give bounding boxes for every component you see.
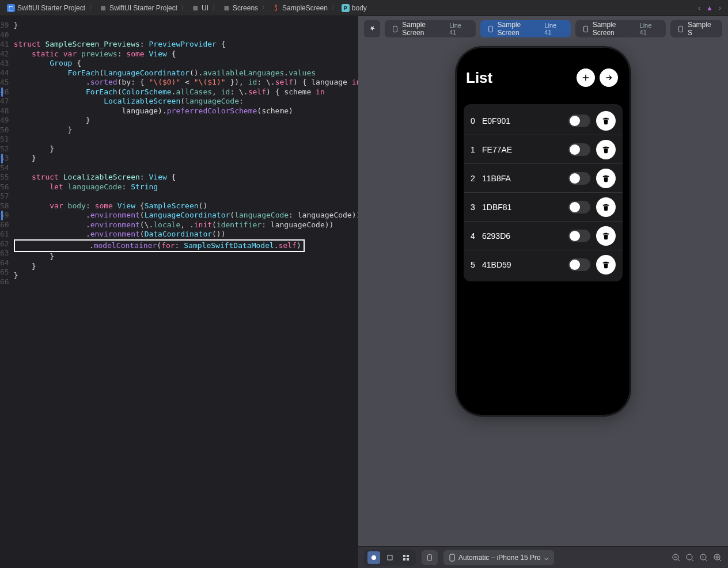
trash-icon (602, 174, 610, 182)
line-gutter: 3940414243444546474849505152535455565758… (0, 16, 14, 568)
delete-button[interactable] (596, 197, 616, 217)
list-item[interactable]: 0E0F901 (464, 106, 623, 135)
trash-icon (602, 261, 610, 269)
breadcrumb-item[interactable]: ⟆SampleScreen (272, 4, 328, 12)
svg-rect-7 (407, 555, 409, 557)
selectable-button[interactable] (384, 551, 396, 564)
delete-button[interactable] (596, 169, 616, 188)
delete-button[interactable] (596, 255, 616, 275)
chevron-right-icon[interactable]: › (719, 4, 721, 12)
device-settings-button[interactable] (422, 550, 438, 565)
breadcrumb-item[interactable]: Pbody (342, 4, 367, 12)
swift-icon: ⟆ (272, 4, 280, 12)
preview-tab[interactable]: Sample ScreenLine 41 (385, 20, 475, 37)
row-value: FE77AE (482, 145, 568, 154)
row-value: 41BD59 (482, 260, 568, 269)
breadcrumb-item[interactable]: ⬚SwiftUI Starter Project (7, 4, 85, 12)
breadcrumb-bar: ⬚SwiftUI Starter Project〉▤SwiftUI Starte… (0, 0, 728, 16)
svg-rect-9 (407, 558, 409, 561)
list-item[interactable]: 541BD59 (464, 250, 623, 279)
row-toggle[interactable] (568, 258, 590, 271)
chevron-left-icon[interactable]: ‹ (698, 4, 700, 12)
breadcrumb-item[interactable]: ▤Screens (222, 4, 258, 12)
row-value: 11B8FA (482, 174, 568, 183)
svg-text:1: 1 (702, 555, 704, 559)
list-item[interactable]: 31DBF81 (464, 193, 623, 222)
row-index: 4 (471, 231, 480, 241)
device-label: Automatic – iPhone 15 Pro (458, 554, 541, 562)
code-editor[interactable]: 3940414243444546474849505152535455565758… (0, 16, 358, 568)
tab-line-label: Line 41 (640, 22, 659, 36)
pin-button[interactable] (364, 20, 380, 37)
device-frame: List 0E0F9011FE77AE211B8FA31DBF8146293D6… (456, 47, 630, 415)
row-value: E0F901 (482, 116, 568, 125)
svg-rect-0 (393, 26, 397, 32)
folder-icon: ▤ (99, 4, 107, 12)
zoom-actual-button[interactable]: 1 (699, 553, 708, 562)
variants-button[interactable] (400, 551, 412, 564)
preview-tabs: Sample ScreenLine 41Sample ScreenLine 41… (358, 16, 728, 41)
warning-icon[interactable]: ▲ (706, 4, 713, 12)
tab-label: Sample S (688, 21, 715, 37)
svg-point-13 (687, 554, 692, 560)
breadcrumb-item[interactable]: ▤UI (191, 4, 208, 12)
preview-bottom-bar: Automatic – iPhone 15 Pro ⌵ 1 (358, 546, 728, 568)
zoom-out-button[interactable] (672, 553, 681, 562)
zoom-in-button[interactable] (713, 553, 722, 562)
trash-icon (602, 146, 610, 154)
tab-label: Sample Screen (498, 21, 541, 37)
svg-rect-8 (403, 558, 405, 561)
app-header: List (464, 65, 623, 90)
preview-pane: Sample ScreenLine 41Sample ScreenLine 41… (358, 16, 728, 568)
project-icon: ⬚ (7, 4, 15, 12)
preview-tab[interactable]: Sample ScreenLine 41 (575, 20, 666, 37)
breadcrumb-item[interactable]: ▤SwiftUI Starter Project (99, 4, 177, 12)
breadcrumb-label: UI (202, 4, 208, 12)
property-icon: P (342, 4, 350, 12)
add-button[interactable] (577, 68, 595, 87)
list-item[interactable]: 211B8FA (464, 164, 623, 193)
breadcrumb-nav-icons: ‹ ▲ › (698, 4, 721, 12)
svg-point-4 (371, 555, 376, 560)
delete-button[interactable] (596, 226, 616, 246)
delete-button[interactable] (596, 140, 616, 159)
row-toggle[interactable] (568, 115, 590, 127)
preview-tab[interactable]: Sample S (670, 20, 722, 37)
tab-line-label: Line 41 (449, 22, 468, 36)
breadcrumb-label: SampleScreen (282, 4, 328, 12)
row-toggle[interactable] (568, 230, 590, 242)
breadcrumb-label: SwiftUI Starter Project (109, 4, 177, 12)
svg-rect-5 (388, 555, 392, 560)
folder-icon: ▤ (222, 4, 230, 12)
svg-rect-2 (583, 26, 587, 32)
list-item[interactable]: 46293D6 (464, 222, 623, 250)
live-button[interactable] (367, 551, 380, 564)
row-index: 3 (471, 203, 480, 212)
zoom-fit-button[interactable] (685, 553, 695, 562)
arrow-button[interactable] (600, 68, 618, 87)
row-index: 5 (471, 260, 480, 269)
preview-canvas[interactable]: List 0E0F9011FE77AE211B8FA31DBF8146293D6… (358, 41, 728, 546)
trash-icon (602, 117, 610, 125)
tab-label: Sample Screen (402, 21, 446, 37)
page-title: List (466, 69, 572, 87)
list-item[interactable]: 1FE77AE (464, 135, 623, 164)
preview-tab[interactable]: Sample ScreenLine 41 (480, 20, 571, 37)
row-toggle[interactable] (568, 172, 590, 185)
code-content[interactable]: } struct SampleScreen_Previews: PreviewP… (14, 16, 358, 568)
breadcrumb-label: body (352, 4, 367, 12)
breadcrumb[interactable]: ⬚SwiftUI Starter Project〉▤SwiftUI Starte… (7, 3, 367, 13)
device-selector[interactable]: Automatic – iPhone 15 Pro ⌵ (443, 550, 554, 565)
svg-rect-10 (428, 554, 432, 561)
row-toggle[interactable] (568, 143, 590, 156)
svg-rect-11 (450, 554, 454, 561)
breadcrumb-label: Screens (233, 4, 258, 12)
tab-label: Sample Screen (593, 21, 636, 37)
delete-button[interactable] (596, 111, 616, 131)
svg-rect-3 (678, 26, 682, 32)
row-toggle[interactable] (568, 201, 590, 214)
svg-rect-6 (403, 555, 405, 557)
row-index: 1 (471, 145, 480, 154)
chevron-down-icon: ⌵ (544, 554, 548, 562)
svg-rect-1 (488, 26, 492, 32)
